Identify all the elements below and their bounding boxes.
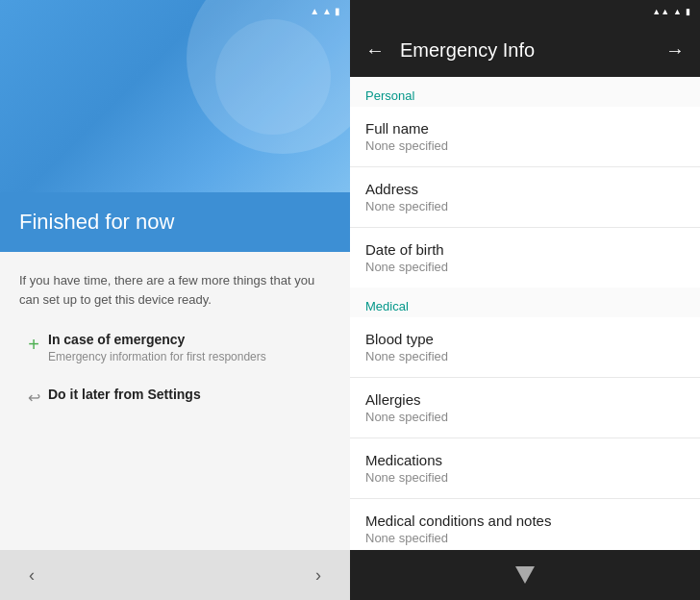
signal-icon-left: ▲ [310, 6, 319, 16]
dob-label: Date of birth [365, 241, 685, 258]
full-name-value: None specified [365, 138, 685, 153]
battery-icon-left: ▮ [335, 6, 340, 16]
left-description: If you have time, there are a few more t… [19, 271, 331, 309]
left-forward-button[interactable]: › [315, 565, 321, 586]
app-bar-forward-button[interactable]: → [665, 39, 685, 62]
medical-conditions-label: Medical conditions and notes [365, 512, 685, 529]
personal-section-header: Personal [350, 77, 700, 107]
app-bar-back-button[interactable]: ← [365, 39, 385, 62]
medical-section: Medical Blood type None specified Allerg… [350, 288, 700, 550]
medical-conditions-item[interactable]: Medical conditions and notes None specif… [350, 499, 700, 550]
allergies-label: Allergies [365, 391, 685, 408]
battery-icon-right: ▮ [686, 7, 690, 16]
address-item[interactable]: Address None specified [350, 167, 700, 228]
later-item-text: Do it later from Settings [48, 387, 331, 404]
address-label: Address [365, 181, 685, 197]
left-nav-bar: ‹ › [0, 550, 350, 600]
medications-label: Medications [365, 452, 685, 468]
right-nav-bar [350, 550, 700, 600]
blood-type-label: Blood type [365, 331, 685, 347]
right-panel: ▲▲ ▲ ▮ ← Emergency Info → Personal Full … [350, 0, 700, 600]
later-item-title: Do it later from Settings [48, 387, 331, 402]
later-item[interactable]: ↩ Do it later from Settings [19, 387, 331, 407]
emergency-item-text: In case of emergency Emergency informati… [48, 332, 331, 365]
full-name-label: Full name [365, 120, 685, 137]
medications-value: None specified [365, 470, 685, 485]
signal-icon-right: ▲▲ [652, 7, 669, 16]
left-content: If you have time, there are a few more t… [0, 252, 350, 550]
wifi-icon-right: ▲ [673, 7, 682, 16]
left-panel: ▲ ▲ ▮ Finished for now If you have time,… [0, 0, 350, 600]
left-screen-title: Finished for now [19, 210, 331, 235]
medications-item[interactable]: Medications None specified [350, 438, 700, 499]
status-bar-left: ▲ ▲ ▮ [310, 6, 340, 16]
emergency-item-title: In case of emergency [48, 332, 331, 347]
blood-type-value: None specified [365, 349, 685, 363]
allergies-item[interactable]: Allergies None specified [350, 378, 700, 438]
dob-item[interactable]: Date of birth None specified [350, 228, 700, 288]
status-icons-right: ▲▲ ▲ ▮ [652, 7, 690, 16]
full-name-item[interactable]: Full name None specified [350, 107, 700, 167]
emergency-item-subtitle: Emergency information for first responde… [48, 349, 331, 365]
left-back-button[interactable]: ‹ [29, 565, 35, 586]
allergies-value: None specified [365, 410, 685, 424]
home-button[interactable] [515, 566, 535, 584]
app-bar-title: Emergency Info [400, 39, 665, 62]
emergency-item[interactable]: + In case of emergency Emergency informa… [19, 332, 331, 365]
left-header-image: ▲ ▲ ▮ [0, 0, 350, 192]
plus-icon: + [19, 334, 48, 356]
personal-section: Personal Full name None specified Addres… [350, 77, 700, 288]
dob-value: None specified [365, 260, 685, 274]
right-app-bar: ← Emergency Info → [350, 23, 700, 77]
blood-type-item[interactable]: Blood type None specified [350, 317, 700, 378]
medical-section-header: Medical [350, 288, 700, 317]
left-title-area: Finished for now [0, 192, 350, 252]
right-status-bar: ▲▲ ▲ ▮ [350, 0, 700, 23]
medical-conditions-value: None specified [365, 531, 685, 545]
wifi-icon-left: ▲ [322, 6, 332, 16]
undo-icon: ↩ [19, 388, 48, 407]
right-content-area: Personal Full name None specified Addres… [350, 77, 700, 550]
address-value: None specified [365, 199, 685, 213]
